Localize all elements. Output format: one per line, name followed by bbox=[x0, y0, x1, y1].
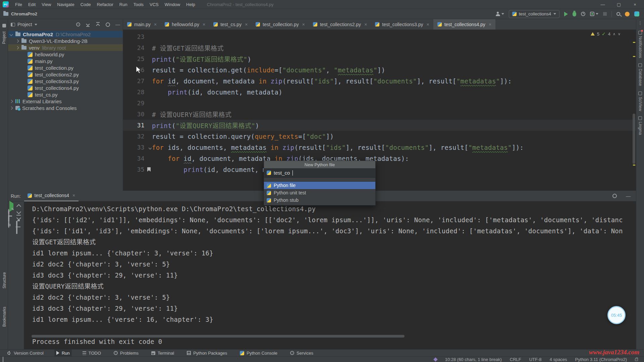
update-indicator-icon[interactable] bbox=[625, 12, 630, 16]
python-interpreter[interactable]: Python 3.11 (ChromaPro2) bbox=[575, 357, 627, 362]
project-panel-title[interactable]: Project bbox=[17, 22, 32, 27]
close-icon[interactable]: × bbox=[302, 22, 305, 27]
gear-icon[interactable] bbox=[612, 194, 617, 198]
editor-tab-test_collections3.py[interactable]: test_collections3.py× bbox=[371, 19, 433, 29]
next-issue-icon[interactable]: ∨ bbox=[618, 32, 621, 36]
editor-tab-main.py[interactable]: main.py× bbox=[123, 19, 161, 29]
chevron-right-icon[interactable] bbox=[10, 100, 13, 103]
run-tab[interactable]: test_collections4 × bbox=[24, 191, 79, 201]
close-icon[interactable]: × bbox=[489, 22, 491, 27]
collapse-all-icon[interactable] bbox=[96, 22, 100, 27]
tree-item-test_collection.py[interactable]: test_collection.py bbox=[8, 64, 123, 71]
project-stripe-button[interactable]: Project bbox=[0, 22, 8, 44]
menu-refactor[interactable]: Refactor bbox=[94, 2, 116, 7]
tree-item-test_cs.py[interactable]: test_cs.py bbox=[8, 91, 123, 98]
menu-vcs[interactable]: VCS bbox=[147, 2, 162, 7]
code-line-29[interactable]: 29 bbox=[123, 98, 636, 109]
chevron-down-icon[interactable] bbox=[10, 33, 13, 36]
menu-code[interactable]: Code bbox=[77, 2, 94, 7]
code-line-34[interactable]: 34 for id, document, metadata in zip(ids… bbox=[123, 153, 636, 164]
coverage-button[interactable] bbox=[590, 12, 598, 16]
ai-assistant-icon[interactable] bbox=[634, 11, 639, 16]
popup-item-Python unit test[interactable]: Python unit test bbox=[264, 189, 375, 196]
popup-item-Python file[interactable]: Python file bbox=[264, 182, 375, 189]
hide-panel-icon[interactable]: — bbox=[626, 194, 631, 198]
floating-badge[interactable]: 05:45 bbox=[607, 306, 626, 324]
editor-tab-helloworld.py[interactable]: helloworld.py× bbox=[161, 19, 209, 29]
pin-icon[interactable] bbox=[8, 221, 9, 228]
tree-item-Scratches and Consoles[interactable]: Scratches and Consoles bbox=[8, 105, 123, 111]
close-icon[interactable]: × bbox=[203, 22, 205, 27]
expand-all-icon[interactable] bbox=[86, 22, 90, 27]
code-line-26[interactable]: 26result = collection.get(include=["docu… bbox=[123, 64, 636, 75]
close-icon[interactable]: × bbox=[72, 193, 75, 198]
menu-file[interactable]: File bbox=[12, 2, 25, 7]
tool-window-button-python-packages[interactable]: Python Packages bbox=[185, 350, 229, 357]
tool-window-button-run[interactable]: Run bbox=[54, 350, 72, 357]
run-configuration-selector[interactable]: test_collections4 bbox=[509, 10, 559, 18]
tree-item-main.py[interactable]: main.py bbox=[8, 58, 123, 64]
project-breadcrumb[interactable]: ChromaPro2 bbox=[0, 11, 37, 16]
select-opened-file-icon[interactable] bbox=[76, 22, 80, 26]
tree-item-test_collections4.py[interactable]: test_collections4.py bbox=[8, 84, 123, 91]
tree-item-test_collections2.py[interactable]: test_collections2.py bbox=[8, 71, 123, 78]
line-separator[interactable]: CRLF bbox=[510, 357, 521, 362]
code-line-31[interactable]: 31print("设置QUERY返回结果格式") bbox=[123, 120, 636, 131]
menu-tools[interactable]: Tools bbox=[130, 2, 147, 7]
tool-window-button-problems[interactable]: Problems bbox=[112, 350, 141, 357]
close-icon[interactable]: × bbox=[427, 22, 429, 27]
editor-tab-test_collection.py[interactable]: test_collection.py× bbox=[252, 19, 309, 29]
tree-item-helloworld.py[interactable]: helloworld.py bbox=[8, 51, 123, 58]
editor-tab-test_cs.py[interactable]: test_cs.py× bbox=[209, 19, 252, 29]
tool-window-button-python-console[interactable]: Python Console bbox=[238, 350, 279, 357]
caret-position[interactable]: 10:28 (60 chars, 1 line break) bbox=[445, 357, 502, 362]
minimize-button[interactable]: — bbox=[600, 2, 605, 7]
chevron-right-icon[interactable] bbox=[16, 46, 19, 49]
tree-item-External Libraries[interactable]: External Libraries bbox=[8, 98, 123, 105]
prev-issue-icon[interactable]: ∧ bbox=[613, 32, 615, 36]
tool-window-toggle-icon[interactable] bbox=[0, 357, 3, 362]
chevron-right-icon[interactable] bbox=[16, 39, 19, 43]
code-line-24[interactable]: 24# 设置GET返回结果格式 bbox=[123, 42, 636, 53]
clear-icon[interactable] bbox=[16, 228, 17, 234]
search-everywhere-icon[interactable] bbox=[616, 12, 620, 16]
code-editor[interactable]: 2324# 设置GET返回结果格式25print("设置GET返回结果格式")2… bbox=[123, 30, 636, 191]
close-icon[interactable]: × bbox=[364, 22, 367, 27]
ai-status-icon[interactable] bbox=[433, 357, 438, 362]
stripe-button-database[interactable]: Database bbox=[636, 63, 644, 86]
stripe-button-notifications[interactable]: Notifications bbox=[636, 31, 644, 58]
menu-window[interactable]: Window bbox=[162, 2, 183, 7]
run-button[interactable] bbox=[564, 12, 568, 16]
profiler-button[interactable] bbox=[581, 12, 585, 16]
tree-item-ChromaPro2[interactable]: ChromaPro2D:\ChromaPro2 bbox=[8, 31, 123, 38]
menu-help[interactable]: Help bbox=[183, 2, 198, 7]
tool-window-button-terminal[interactable]: Terminal bbox=[149, 350, 176, 357]
debug-button[interactable] bbox=[573, 12, 576, 16]
editor-tab-test_collections4.py[interactable]: test_collections4.py× bbox=[433, 19, 495, 29]
indent-setting[interactable]: 4 spaces bbox=[550, 357, 567, 362]
close-icon[interactable]: × bbox=[245, 22, 248, 27]
code-line-33[interactable]: 33for ids, documents, metadatas in zip(r… bbox=[123, 142, 636, 153]
code-line-30[interactable]: 30# 设置QUERY返回结果格式 bbox=[123, 109, 636, 120]
tree-item-venv[interactable]: venvlibrary root bbox=[8, 44, 123, 51]
close-icon[interactable]: × bbox=[154, 22, 157, 27]
menu-edit[interactable]: Edit bbox=[25, 2, 39, 7]
code-line-23[interactable]: 23 bbox=[123, 31, 636, 42]
chevron-right-icon[interactable] bbox=[10, 106, 13, 110]
tool-window-button-services[interactable]: Services bbox=[288, 350, 315, 357]
menu-view[interactable]: View bbox=[39, 2, 54, 7]
code-line-27[interactable]: 27for id, document, metadata in zip(resu… bbox=[123, 75, 636, 86]
code-line-28[interactable]: 28 print(id, document, metadata) bbox=[123, 86, 636, 98]
scrollbar-thumb[interactable] bbox=[633, 114, 635, 164]
tree-item-test_collections3.py[interactable]: test_collections3.py bbox=[8, 78, 123, 84]
filename-input[interactable]: test_co bbox=[264, 168, 375, 178]
stop-button[interactable] bbox=[603, 12, 607, 16]
code-line-35[interactable]: 35 print(id, document, metadata) bbox=[123, 164, 636, 175]
lock-icon[interactable] bbox=[635, 359, 638, 361]
tree-item-Qwen3-VL-Embedding-2B[interactable]: Qwen3-VL-Embedding-2B bbox=[8, 38, 123, 44]
bookmarks-stripe-button[interactable]: Bookmarks bbox=[2, 307, 7, 328]
editor-tab-test_collections2.py[interactable]: test_collections2.py× bbox=[309, 19, 371, 29]
file-encoding[interactable]: UTF-8 bbox=[529, 357, 542, 362]
popup-item-Python stub[interactable]: Python stub bbox=[264, 196, 375, 204]
code-line-25[interactable]: 25print("设置GET返回结果格式") bbox=[123, 53, 636, 64]
